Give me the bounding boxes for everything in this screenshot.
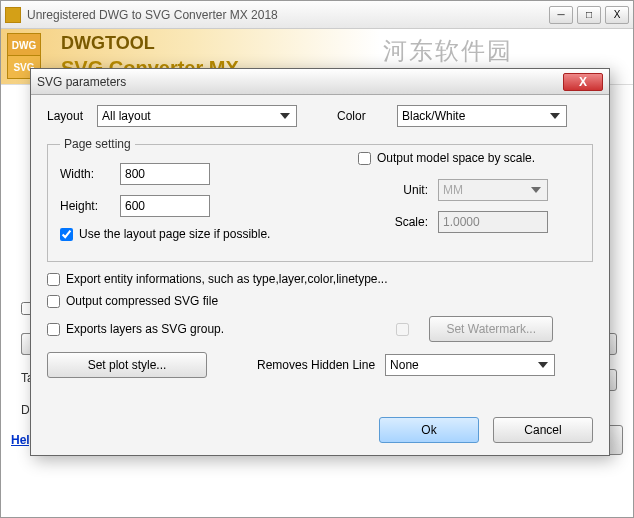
width-label: Width:	[60, 167, 120, 181]
dialog-title: SVG parameters	[37, 75, 563, 89]
set-plot-style-button[interactable]: Set plot style...	[47, 352, 207, 378]
color-label: Color	[337, 109, 397, 123]
page-setting-group: Page setting Width: Height: Use the layo…	[47, 137, 593, 262]
removes-hidden-select[interactable]: None	[385, 354, 555, 376]
minimize-button[interactable]: ─	[549, 6, 573, 24]
app-icon	[5, 7, 21, 23]
dialog-close-button[interactable]: X	[563, 73, 603, 91]
layout-label: Layout	[47, 109, 97, 123]
watermark-text: 河东软件园	[383, 35, 513, 67]
maximize-button[interactable]: □	[577, 6, 601, 24]
exports-layers-checkbox[interactable]: Exports layers as SVG group.	[47, 322, 224, 336]
export-entity-checkbox[interactable]: Export entity informations, such as type…	[47, 272, 593, 286]
cancel-button[interactable]: Cancel	[493, 417, 593, 443]
output-scale-checkbox[interactable]: Output model space by scale.	[358, 151, 548, 165]
dialog-titlebar: SVG parameters X	[31, 69, 609, 95]
unit-label: Unit:	[358, 183, 428, 197]
height-label: Height:	[60, 199, 120, 213]
page-setting-legend: Page setting	[60, 137, 135, 151]
ok-button[interactable]: Ok	[379, 417, 479, 443]
output-compressed-checkbox[interactable]: Output compressed SVG file	[47, 294, 593, 308]
logo-dwg: DWG	[7, 33, 41, 57]
watermark-checkbox	[396, 323, 409, 336]
layout-select[interactable]: All layout	[97, 105, 297, 127]
set-watermark-button: Set Watermark...	[429, 316, 553, 342]
unit-select: MM	[438, 179, 548, 201]
color-select[interactable]: Black/White	[397, 105, 567, 127]
height-input[interactable]	[120, 195, 210, 217]
svg-parameters-dialog: SVG parameters X Layout All layout Color…	[30, 68, 610, 456]
window-title: Unregistered DWG to SVG Converter MX 201…	[27, 8, 549, 22]
brand-text: DWGTOOL	[61, 33, 155, 54]
scale-input	[438, 211, 548, 233]
main-titlebar: Unregistered DWG to SVG Converter MX 201…	[1, 1, 633, 29]
removes-hidden-label: Removes Hidden Line	[257, 358, 375, 372]
width-input[interactable]	[120, 163, 210, 185]
scale-label: Scale:	[358, 215, 428, 229]
close-button[interactable]: X	[605, 6, 629, 24]
